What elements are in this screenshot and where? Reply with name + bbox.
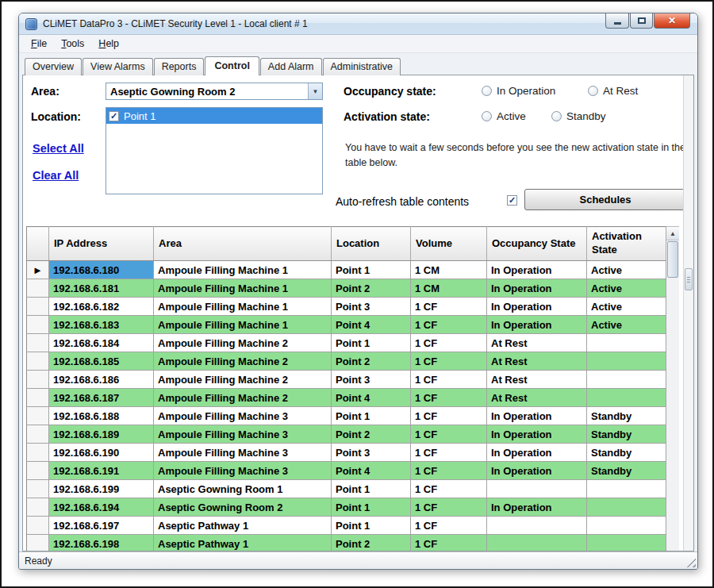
cell-occupancy[interactable]: At Rest — [487, 371, 587, 389]
grid-row[interactable]: 192.168.6.185Ampoule Filling Machine 2Po… — [27, 352, 666, 371]
cell-activation[interactable] — [587, 535, 666, 552]
cell-activation[interactable] — [587, 480, 666, 498]
cell-volume[interactable]: 1 CF — [411, 407, 487, 425]
cell-location[interactable]: Point 1 — [332, 334, 411, 352]
resize-grip[interactable] — [685, 557, 696, 567]
checkbox-icon[interactable]: ✓ — [109, 111, 119, 121]
grid-row[interactable]: 192.168.6.191Ampoule Filling Machine 3Po… — [27, 462, 666, 480]
cell-activation[interactable] — [587, 389, 666, 407]
cell-ip[interactable]: 192.168.6.182 — [49, 298, 154, 316]
location-listbox[interactable]: ✓ Point 1 — [106, 107, 323, 194]
grid-row[interactable]: 192.168.6.199Aseptic Gowning Room 1Point… — [27, 480, 666, 498]
cell-location[interactable]: Point 2 — [332, 352, 411, 371]
cell-volume[interactable]: 1 CF — [411, 389, 487, 407]
minimize-button[interactable] — [605, 13, 629, 29]
cell-volume[interactable]: 1 CF — [411, 371, 487, 389]
cell-occupancy[interactable]: At Rest — [487, 334, 587, 352]
schedules-button[interactable]: Schedules — [524, 189, 686, 210]
cell-activation[interactable]: Standby — [587, 462, 666, 480]
cell-ip[interactable]: 192.168.6.188 — [49, 407, 154, 425]
cell-area[interactable]: Aseptic Gowning Room 2 — [154, 498, 332, 517]
row-indicator[interactable] — [27, 279, 49, 298]
cell-ip[interactable]: 192.168.6.197 — [49, 517, 154, 535]
cell-occupancy[interactable] — [487, 517, 587, 535]
grid-row[interactable]: 192.168.6.187Ampoule Filling Machine 2Po… — [27, 389, 666, 407]
cell-area[interactable]: Ampoule Filling Machine 2 — [154, 352, 332, 371]
cell-ip[interactable]: 192.168.6.185 — [49, 352, 154, 371]
cell-activation[interactable] — [587, 334, 666, 352]
cell-location[interactable]: Point 4 — [332, 462, 411, 480]
radio-icon[interactable] — [482, 111, 492, 121]
cell-activation[interactable] — [587, 371, 666, 389]
grid-row[interactable]: ►192.168.6.180Ampoule Filling Machine 1P… — [27, 261, 666, 279]
radio-standby[interactable]: Standby — [551, 110, 606, 122]
column-header-activation-state[interactable]: Activation State — [587, 227, 666, 261]
row-indicator[interactable] — [27, 425, 49, 444]
maximize-button[interactable] — [630, 13, 653, 29]
cell-location[interactable]: Point 1 — [332, 517, 411, 535]
select-all-link[interactable]: Select All — [33, 142, 84, 155]
cell-area[interactable]: Aseptic Pathway 1 — [154, 535, 332, 552]
cell-area[interactable]: Aseptic Pathway 1 — [154, 517, 332, 535]
cell-location[interactable]: Point 3 — [332, 298, 411, 316]
cell-volume[interactable]: 1 CF — [411, 517, 487, 535]
cell-activation[interactable]: Standby — [587, 407, 666, 425]
clear-all-link[interactable]: Clear All — [33, 169, 79, 182]
cell-volume[interactable]: 1 CF — [411, 425, 487, 444]
cell-ip[interactable]: 192.168.6.180 — [49, 261, 154, 279]
cell-location[interactable]: Point 4 — [332, 389, 411, 407]
cell-ip[interactable]: 192.168.6.183 — [49, 316, 154, 334]
column-header-area[interactable]: Area — [154, 227, 332, 261]
row-indicator[interactable] — [27, 480, 49, 498]
menu-help[interactable]: Help — [91, 36, 126, 52]
radio-at-rest[interactable]: At Rest — [588, 85, 638, 97]
cell-area[interactable]: Ampoule Filling Machine 3 — [154, 462, 332, 480]
grid-row[interactable]: 192.168.6.194Aseptic Gowning Room 2Point… — [27, 498, 666, 517]
cell-activation[interactable] — [587, 352, 666, 371]
titlebar[interactable]: CLiMET DataPro 3 - CLiMET Security Level… — [19, 13, 697, 35]
cell-ip[interactable]: 192.168.6.199 — [49, 480, 154, 498]
cell-area[interactable]: Ampoule Filling Machine 1 — [154, 261, 332, 279]
tab-reports[interactable]: Reports — [154, 58, 205, 75]
cell-occupancy[interactable] — [487, 535, 587, 552]
close-button[interactable]: ✕ — [654, 13, 690, 29]
cell-occupancy[interactable]: In Operation — [487, 316, 587, 334]
current-row-indicator[interactable]: ► — [27, 261, 49, 279]
cell-occupancy[interactable]: In Operation — [487, 261, 587, 279]
cell-occupancy[interactable]: In Operation — [487, 279, 587, 298]
row-indicator[interactable] — [27, 371, 49, 389]
form-vertical-scrollbar[interactable] — [683, 75, 693, 551]
cell-activation[interactable]: Active — [587, 279, 666, 298]
cell-area[interactable]: Ampoule Filling Machine 1 — [154, 298, 332, 316]
location-list-item[interactable]: ✓ Point 1 — [106, 108, 322, 124]
cell-area[interactable]: Ampoule Filling Machine 2 — [154, 334, 332, 352]
cell-area[interactable]: Ampoule Filling Machine 3 — [154, 407, 332, 425]
cell-activation[interactable]: Active — [587, 298, 666, 316]
cell-ip[interactable]: 192.168.6.181 — [49, 279, 154, 298]
cell-area[interactable]: Ampoule Filling Machine 3 — [154, 425, 332, 444]
grid-row[interactable]: 192.168.6.198Aseptic Pathway 1Point 21 C… — [27, 535, 666, 552]
cell-ip[interactable]: 192.168.6.198 — [49, 535, 154, 552]
menu-file[interactable]: File — [24, 36, 54, 52]
cell-location[interactable]: Point 2 — [332, 535, 411, 552]
cell-occupancy[interactable]: In Operation — [487, 498, 587, 517]
cell-location[interactable]: Point 2 — [332, 279, 411, 298]
cell-volume[interactable]: 1 CF — [411, 334, 487, 352]
column-header-location[interactable]: Location — [332, 227, 411, 261]
row-indicator[interactable] — [27, 498, 49, 517]
cell-activation[interactable]: Standby — [587, 444, 666, 462]
grid-row[interactable]: 192.168.6.197Aseptic Pathway 1Point 11 C… — [27, 517, 666, 535]
grid-row[interactable]: 192.168.6.188Ampoule Filling Machine 3Po… — [27, 407, 666, 425]
row-indicator[interactable] — [27, 352, 49, 371]
grid-scrollbar-thumb[interactable] — [667, 241, 678, 278]
cell-ip[interactable]: 192.168.6.184 — [49, 334, 154, 352]
grid-row[interactable]: 192.168.6.181Ampoule Filling Machine 1Po… — [27, 279, 666, 298]
autorefresh-checkbox[interactable]: ✓ — [507, 195, 517, 206]
cell-ip[interactable]: 192.168.6.191 — [49, 462, 154, 480]
row-indicator[interactable] — [27, 517, 49, 535]
column-header-volume[interactable]: Volume — [411, 227, 487, 261]
cell-location[interactable]: Point 1 — [332, 261, 411, 279]
cell-area[interactable]: Ampoule Filling Machine 1 — [154, 316, 332, 334]
row-indicator[interactable] — [27, 334, 49, 352]
cell-volume[interactable]: 1 CF — [411, 462, 487, 480]
